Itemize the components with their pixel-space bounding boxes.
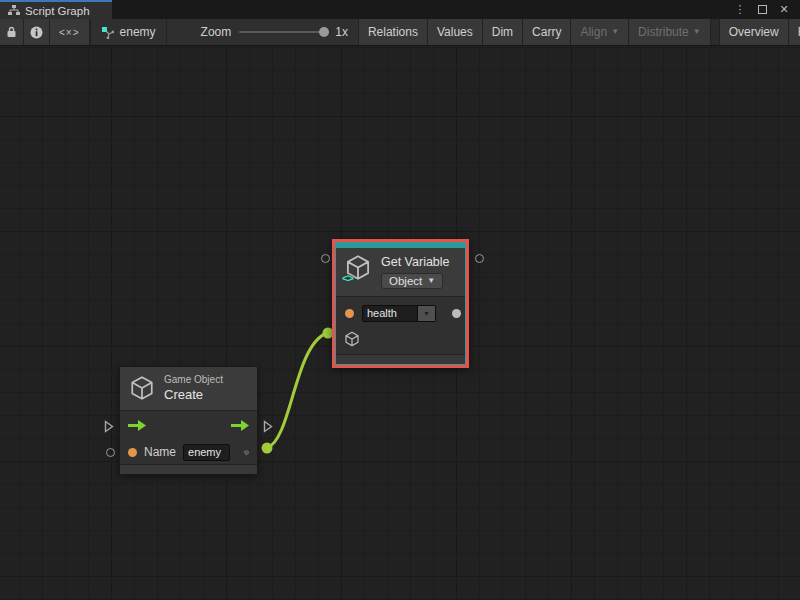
flow-input-arrow-icon[interactable] (128, 420, 146, 431)
external-variable-input-port[interactable] (321, 254, 330, 263)
node-footer (336, 354, 465, 364)
close-icon[interactable]: ✕ (776, 2, 792, 18)
external-name-input-port[interactable] (106, 448, 115, 457)
toolbar-buttons: Relations Values Dim Carry Align▼ Distri… (358, 19, 800, 45)
variable-cube-icon-wrap: <> (344, 254, 372, 281)
object-target-row (336, 329, 465, 349)
name-param-label: Name (144, 445, 176, 459)
zoom-label: Zoom (201, 25, 232, 39)
variable-code-icon: <> (342, 272, 353, 284)
name-input-port[interactable] (128, 448, 137, 457)
carry-label: Carry (532, 25, 561, 39)
dim-label: Dim (492, 25, 513, 39)
distribute-button[interactable]: Distribute▼ (629, 19, 711, 45)
zoom-segment: Zoom 1x (167, 19, 358, 45)
window-controls: ⋮ ✕ (732, 0, 800, 19)
flow-ports-row (120, 411, 257, 441)
relations-button[interactable]: Relations (358, 19, 428, 45)
zoom-slider-handle[interactable] (319, 27, 329, 37)
game-object-output-icon[interactable] (244, 444, 249, 461)
full-screen-button[interactable]: Full Screen (789, 19, 800, 45)
name-value-input[interactable] (183, 444, 230, 461)
values-label: Values (437, 25, 473, 39)
toolbar-gap (711, 19, 719, 45)
kebab-menu-icon[interactable]: ⋮ (732, 2, 748, 18)
node-header[interactable]: Game Object Create (120, 367, 257, 411)
tab-label: Script Graph (25, 5, 90, 17)
flow-output-arrow-icon[interactable] (231, 420, 249, 431)
tab-script-graph[interactable]: Script Graph (0, 0, 112, 19)
caret-down-icon: ▼ (427, 277, 435, 285)
maximize-icon[interactable] (754, 2, 770, 18)
object-input-icon[interactable] (344, 331, 360, 347)
connection-wire[interactable] (267, 333, 327, 448)
script-graph-window: Script Graph ⋮ ✕ <×> (0, 0, 800, 600)
align-label: Align (580, 25, 607, 39)
lock-button[interactable] (0, 19, 24, 45)
node-title: Get Variable (381, 254, 450, 269)
variable-name-input[interactable] (362, 305, 418, 322)
lock-icon (6, 26, 17, 38)
external-flow-input-port[interactable] (104, 420, 114, 433)
node-footer (120, 464, 257, 474)
name-param-row: Name (120, 441, 257, 464)
zoom-slider[interactable] (239, 31, 327, 33)
info-icon (30, 26, 43, 39)
zoom-value: 1x (335, 25, 348, 39)
carry-button[interactable]: Carry (523, 19, 571, 45)
align-button[interactable]: Align▼ (571, 19, 629, 45)
info-button[interactable] (24, 19, 50, 45)
caret-down-icon: ▼ (693, 28, 701, 36)
game-object-cube-icon (129, 375, 155, 401)
graph-name-segment[interactable]: enemy (90, 19, 167, 45)
code-toggle-icon: <×> (59, 27, 80, 38)
external-flow-output-port[interactable] (263, 420, 273, 433)
external-value-output-port[interactable] (475, 254, 484, 263)
variable-picker-dropdown[interactable]: ▼ (418, 305, 436, 322)
overview-button[interactable]: Overview (719, 19, 789, 45)
variable-name-input-port[interactable] (345, 309, 354, 318)
node-create-game-object[interactable]: Game Object Create (119, 366, 258, 475)
graph-name-label: enemy (120, 25, 156, 39)
value-output-port[interactable] (452, 309, 461, 318)
graph-hierarchy-icon (8, 5, 20, 16)
caret-down-icon: ▼ (611, 28, 619, 36)
relations-label: Relations (368, 25, 418, 39)
scope-value: Object (389, 275, 422, 287)
code-preview-toggle[interactable]: <×> (50, 19, 90, 45)
node-header[interactable]: <> Get Variable Object ▼ (336, 248, 465, 297)
titlebar: Script Graph ⋮ ✕ (0, 0, 800, 19)
dim-button[interactable]: Dim (483, 19, 523, 45)
variable-name-row: ▼ (336, 297, 465, 329)
script-graph-asset-icon (101, 26, 114, 39)
node-title: Create (164, 387, 223, 403)
toolbar: <×> enemy Zoom 1x Relations Values Dim C… (0, 19, 800, 46)
node-category-label: Game Object (164, 374, 223, 387)
wire-start-port[interactable] (262, 443, 273, 454)
overview-label: Overview (729, 25, 779, 39)
graph-canvas[interactable]: Game Object Create (0, 47, 800, 600)
node-get-variable[interactable]: <> Get Variable Object ▼ ▼ (332, 239, 469, 368)
values-button[interactable]: Values (428, 19, 483, 45)
variable-scope-dropdown[interactable]: Object ▼ (381, 273, 443, 289)
distribute-label: Distribute (638, 25, 689, 39)
